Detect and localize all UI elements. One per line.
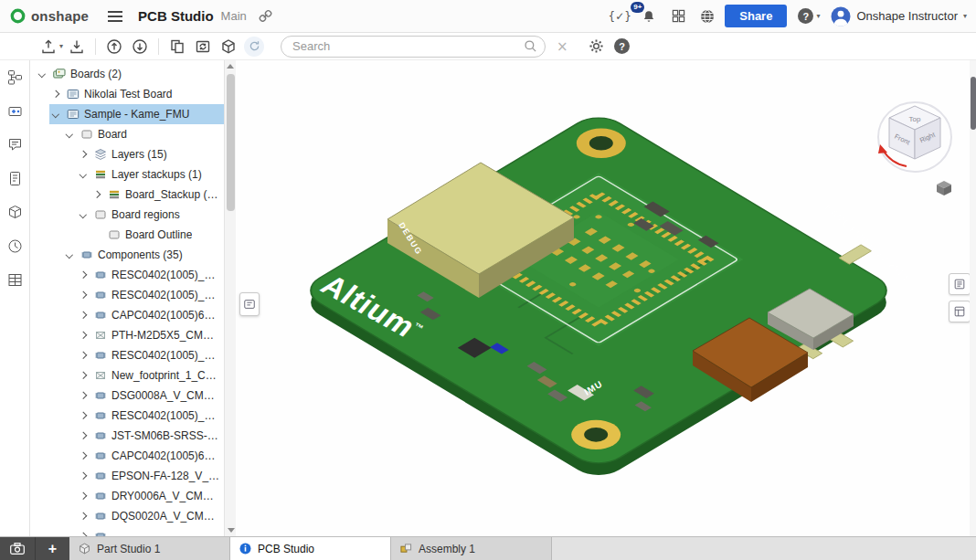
caret-icon[interactable] <box>77 148 90 161</box>
caret-icon[interactable] <box>49 88 62 100</box>
tree-item[interactable]: PTH-M2D5X5_CMP-00... <box>30 325 224 345</box>
caret-icon[interactable] <box>77 449 90 462</box>
export-button[interactable] <box>65 35 89 58</box>
tree-item[interactable]: Board <box>30 124 224 144</box>
tree-item[interactable]: Components (35) <box>30 245 224 265</box>
caret-icon[interactable] <box>77 309 90 322</box>
search-icon[interactable] <box>524 39 537 53</box>
tab-pcb-studio[interactable]: PCB Studio <box>230 537 391 560</box>
caret-icon[interactable] <box>77 269 90 281</box>
tree-item[interactable]: DQS0020A_V_CMP-01... <box>30 506 224 526</box>
clear-search-icon[interactable]: × <box>557 38 568 55</box>
caret-icon[interactable] <box>77 289 90 301</box>
history-icon[interactable] <box>4 235 26 257</box>
capture-view-button[interactable] <box>0 537 35 560</box>
tree-item[interactable]: Board Outline <box>30 225 224 245</box>
insert-component-icon[interactable] <box>4 100 26 122</box>
tree-item[interactable]: RESC0402(1005)_L_C... <box>30 265 224 285</box>
tree-item[interactable]: CAPC0402(1005)60_L... <box>30 446 224 466</box>
pcb-board[interactable] <box>299 99 938 481</box>
user-menu[interactable]: Onshape Instructor ▾ <box>831 6 967 26</box>
tree-item-label: DQS0020A_V_CMP-01... <box>111 510 220 523</box>
caret-icon[interactable] <box>77 329 90 342</box>
caret-icon[interactable] <box>36 68 48 80</box>
link-icon[interactable] <box>254 5 278 28</box>
tree-item[interactable]: DSG0008A_V_CMP-01... <box>30 386 224 406</box>
chevron-down-icon[interactable]: ▾ <box>59 42 63 50</box>
tree-scrollbar[interactable] <box>224 60 236 536</box>
apps-grid-icon[interactable] <box>666 5 690 28</box>
refresh-button-disabled[interactable] <box>242 35 266 58</box>
caret-icon[interactable] <box>77 409 90 422</box>
tree-item[interactable]: Boards (2) <box>30 64 224 84</box>
copy-button[interactable] <box>165 35 189 58</box>
view-cube[interactable]: Top Front Right <box>878 102 951 172</box>
viewport-scrollbar[interactable] <box>970 60 976 536</box>
workspace-name[interactable]: Main <box>221 9 247 23</box>
scroll-down-icon[interactable] <box>228 528 235 533</box>
tree-item[interactable]: CAPC0402(1005)60_L... <box>30 305 224 325</box>
caret-icon[interactable] <box>63 128 76 141</box>
tree-item[interactable]: RESC0402(1005)_L_C... <box>30 345 224 365</box>
caret-icon[interactable] <box>77 349 90 362</box>
import-button[interactable] <box>37 35 60 58</box>
share-button[interactable]: Share <box>725 5 787 27</box>
tree-item[interactable]: RESC0402(1005)_L_C... <box>30 406 224 426</box>
tree-item[interactable]: Board_Stackup (15) <box>30 185 224 205</box>
caret-icon[interactable] <box>90 188 103 201</box>
tree-item[interactable]: EPSON-FA-128_V_CM... <box>30 466 224 486</box>
boards-tree-icon[interactable] <box>4 66 26 88</box>
push-changes-button[interactable] <box>102 35 126 58</box>
tables-icon[interactable] <box>4 269 26 291</box>
viewport[interactable]: Altium™ KAME FMU rev.2 2019 DEBUG IMU To… <box>236 60 976 536</box>
search-input[interactable] <box>292 39 518 53</box>
caret-icon[interactable] <box>77 168 90 181</box>
properties-panel-button[interactable] <box>949 301 971 322</box>
onshape-logo[interactable]: onshape <box>9 7 89 25</box>
settings-gear-icon[interactable] <box>585 35 609 58</box>
globe-icon[interactable] <box>695 5 719 28</box>
pull-changes-button[interactable] <box>128 35 152 58</box>
caret-icon[interactable] <box>77 429 90 442</box>
viewport-scrollbar-thumb[interactable] <box>971 77 976 130</box>
caret-icon[interactable] <box>77 389 90 402</box>
tree-item[interactable] <box>30 526 224 536</box>
restore-panel-button[interactable] <box>239 292 260 316</box>
parts-list-icon[interactable] <box>4 201 26 223</box>
tree-item[interactable]: RESC0402(1005)_L_C... <box>30 285 224 305</box>
add-tab-button[interactable]: + <box>35 537 69 560</box>
tree-item[interactable]: Layer stackups (1) <box>30 164 224 185</box>
caret-icon[interactable] <box>49 108 62 121</box>
update-board-button[interactable] <box>191 35 215 58</box>
caret-icon[interactable] <box>77 490 90 502</box>
view-cube-top-label[interactable]: Top <box>909 115 921 123</box>
caret-icon[interactable] <box>77 470 90 482</box>
featurescript-icon[interactable]: {✓} <box>608 5 631 28</box>
tree-item[interactable]: DRY0006A_V_CMP-03... <box>30 486 224 506</box>
main-menu-icon[interactable] <box>103 5 127 28</box>
caret-icon[interactable] <box>77 208 90 221</box>
pcb-3d-canvas[interactable]: Altium™ KAME FMU rev.2 2019 DEBUG IMU To… <box>236 60 976 536</box>
tree-item[interactable]: Sample - Kame_FMU <box>30 104 224 124</box>
notifications-bell-icon[interactable]: 9+ <box>637 5 661 28</box>
tree-item[interactable]: Layers (15) <box>30 144 224 164</box>
comments-icon[interactable] <box>4 133 26 155</box>
toolbar-help-icon[interactable]: ? <box>610 35 634 58</box>
tree-item[interactable]: JST-SM06B-SRSS-TB... <box>30 426 224 446</box>
tree-item[interactable]: Board regions <box>30 205 224 225</box>
caret-icon[interactable] <box>77 510 90 523</box>
tree-item[interactable]: New_footprint_1_CMP... <box>30 365 224 386</box>
caret-icon[interactable] <box>63 248 76 261</box>
layers-panel-button[interactable] <box>949 273 971 295</box>
derive-3d-button[interactable] <box>217 35 240 58</box>
tree-item[interactable]: Nikolai Test Board <box>30 84 224 104</box>
scroll-up-icon[interactable] <box>225 60 236 72</box>
isometric-cube-icon[interactable] <box>937 181 951 195</box>
scrollbar-thumb[interactable] <box>227 74 235 211</box>
caret-icon[interactable] <box>77 530 90 536</box>
notes-icon[interactable] <box>4 167 26 189</box>
caret-icon[interactable] <box>77 369 90 382</box>
tab-assembly-1[interactable]: Assembly 1 <box>391 537 552 560</box>
help-menu[interactable]: ? ▾ <box>792 5 825 28</box>
tab-part-studio-1[interactable]: Part Studio 1 <box>69 537 230 560</box>
